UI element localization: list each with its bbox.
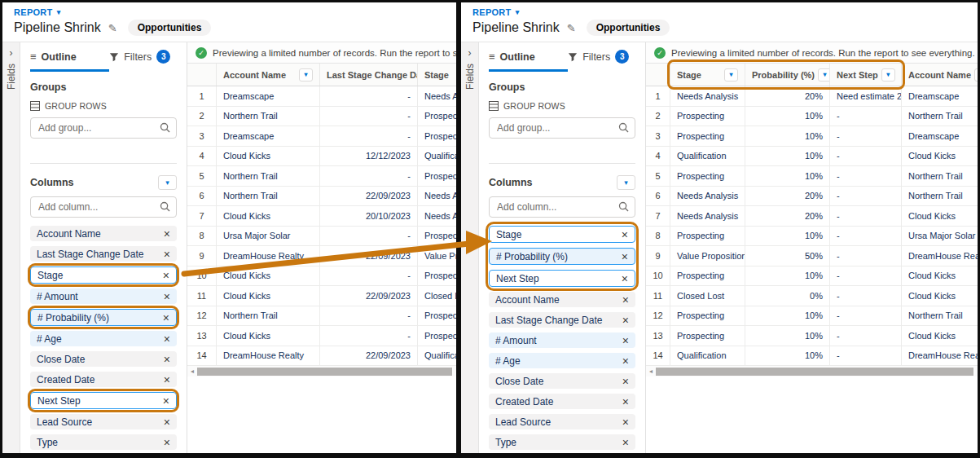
search-icon bbox=[160, 201, 170, 212]
remove-column-icon[interactable]: × bbox=[622, 355, 629, 367]
report-menu[interactable]: REPORT ▾ bbox=[472, 7, 966, 17]
row-number: 12 bbox=[187, 306, 217, 326]
remove-column-icon[interactable]: × bbox=[622, 294, 629, 306]
table-row: 10 Cloud Kicks - Prospecting bbox=[187, 266, 456, 287]
row-number-header bbox=[187, 64, 217, 86]
fields-panel-toggle[interactable]: › Fields bbox=[461, 42, 479, 453]
column-chip[interactable]: Created Date × bbox=[489, 394, 635, 409]
cell-last-stage-change-date: - bbox=[320, 107, 418, 126]
column-chip[interactable]: Close Date × bbox=[489, 373, 635, 389]
report-type-badge: Opportunities bbox=[587, 20, 670, 36]
column-header[interactable]: Account Name ▾ bbox=[217, 64, 320, 86]
column-chip[interactable]: # Age × bbox=[489, 353, 635, 368]
columns-menu-button[interactable]: ▾ bbox=[617, 175, 635, 190]
column-header[interactable]: Probability (%) ▾ bbox=[745, 64, 830, 86]
column-header[interactable]: Account Name ▾ bbox=[902, 64, 978, 86]
remove-column-icon[interactable]: × bbox=[622, 396, 629, 407]
column-chip[interactable]: # Amount × bbox=[489, 332, 635, 348]
table-body: 1 Dreamscape - Needs Analysis 2 Northern… bbox=[187, 86, 456, 366]
column-chip[interactable]: Next Step × bbox=[489, 270, 635, 287]
cell-last-stage-change-date: 22/09/2023 bbox=[320, 187, 418, 206]
remove-column-icon[interactable]: × bbox=[164, 374, 170, 385]
column-chip[interactable]: Last Stage Change Date × bbox=[30, 246, 177, 262]
column-header[interactable]: Stage ▾ bbox=[670, 64, 745, 86]
tab-filters[interactable]: Filters 3 bbox=[109, 42, 170, 72]
column-chip[interactable]: Type × bbox=[30, 434, 177, 450]
column-chip[interactable]: Created Date × bbox=[30, 372, 177, 387]
report-menu[interactable]: REPORT ▾ bbox=[14, 7, 445, 17]
column-chip[interactable]: # Probability (%) × bbox=[30, 309, 177, 326]
edit-title-icon[interactable]: ✎ bbox=[108, 22, 117, 34]
column-chip-label: Type bbox=[495, 437, 516, 448]
table-row: 12 Northern Trail - Prospecting bbox=[187, 306, 456, 327]
remove-column-icon[interactable]: × bbox=[622, 229, 628, 240]
fields-panel-toggle[interactable]: › Fields bbox=[2, 42, 20, 453]
column-chip[interactable]: # Age × bbox=[30, 331, 177, 346]
add-column-input[interactable] bbox=[30, 196, 177, 218]
cell-account-name: Cloud Kicks bbox=[902, 147, 978, 166]
cell-stage: Closed Lost bbox=[670, 286, 745, 306]
horizontal-scrollbar[interactable]: ◂ bbox=[187, 366, 456, 377]
add-column-input[interactable] bbox=[489, 196, 635, 218]
remove-column-icon[interactable]: × bbox=[622, 335, 629, 346]
column-chip[interactable]: Next Step × bbox=[30, 392, 177, 409]
column-chip[interactable]: # Amount × bbox=[30, 288, 177, 304]
column-chip[interactable]: Lead Source × bbox=[30, 414, 177, 429]
edit-title-icon[interactable]: ✎ bbox=[567, 22, 576, 34]
add-group-input[interactable] bbox=[30, 117, 177, 139]
remove-column-icon[interactable]: × bbox=[164, 333, 170, 345]
column-filter-button[interactable]: ▾ bbox=[818, 68, 830, 81]
tab-filters[interactable]: Filters 3 bbox=[568, 42, 629, 72]
remove-column-icon[interactable]: × bbox=[163, 312, 169, 324]
remove-column-icon[interactable]: × bbox=[622, 251, 628, 262]
column-header[interactable]: Next Step ▾ bbox=[830, 64, 902, 86]
remove-column-icon[interactable]: × bbox=[622, 315, 629, 326]
column-chip[interactable]: Stage × bbox=[30, 266, 177, 284]
column-chip[interactable]: Account Name × bbox=[30, 226, 177, 241]
remove-column-icon[interactable]: × bbox=[164, 228, 170, 240]
scroll-left-icon[interactable]: ◂ bbox=[646, 368, 656, 375]
cell-next-step: - bbox=[830, 206, 902, 226]
column-filter-button[interactable]: ▾ bbox=[881, 68, 895, 81]
column-header[interactable]: Last Stage Change Date ▾ bbox=[320, 64, 418, 86]
columns-menu-button[interactable]: ▾ bbox=[158, 175, 177, 190]
cell-account-name: Northern Trail bbox=[217, 187, 320, 206]
column-chip[interactable]: Close Date × bbox=[30, 351, 177, 367]
scroll-left-icon[interactable]: ◂ bbox=[187, 368, 197, 375]
scrollbar-thumb[interactable] bbox=[197, 368, 452, 376]
remove-column-icon[interactable]: × bbox=[163, 395, 169, 407]
remove-column-icon[interactable]: × bbox=[164, 354, 170, 365]
remove-column-icon[interactable]: × bbox=[164, 416, 170, 428]
column-chip[interactable]: Type × bbox=[489, 434, 635, 450]
remove-column-icon[interactable]: × bbox=[622, 273, 628, 284]
remove-column-icon[interactable]: × bbox=[164, 437, 170, 448]
remove-column-icon[interactable]: × bbox=[622, 416, 629, 428]
column-filter-button[interactable]: ▾ bbox=[974, 68, 978, 81]
column-chip[interactable]: Stage × bbox=[489, 226, 635, 243]
column-chip[interactable]: Account Name × bbox=[489, 292, 635, 307]
remove-column-icon[interactable]: × bbox=[622, 376, 629, 387]
moved-columns-annotation-ring: Stage × # Probability (%) × Next Step × bbox=[489, 226, 635, 287]
remove-column-icon[interactable]: × bbox=[163, 270, 169, 281]
row-number: 1 bbox=[187, 86, 217, 106]
add-group-input[interactable] bbox=[489, 117, 635, 139]
remove-column-icon[interactable]: × bbox=[164, 291, 170, 302]
cell-account-name: Northern Trail bbox=[902, 306, 978, 326]
column-header[interactable]: Stage bbox=[418, 64, 456, 86]
remove-column-icon[interactable]: × bbox=[622, 437, 629, 448]
column-chip[interactable]: # Probability (%) × bbox=[489, 248, 635, 265]
column-chip[interactable]: Lead Source × bbox=[489, 414, 635, 429]
tab-outline[interactable]: ≡ Outline bbox=[489, 42, 568, 72]
scrollbar-thumb[interactable] bbox=[656, 368, 973, 376]
section-divider bbox=[489, 163, 635, 164]
remove-column-icon[interactable]: × bbox=[164, 249, 170, 260]
column-chip[interactable]: Last Stage Change Date × bbox=[489, 312, 635, 328]
outline-icon: ≡ bbox=[30, 51, 37, 63]
tab-outline[interactable]: ≡ Outline bbox=[30, 42, 109, 72]
horizontal-scrollbar[interactable]: ◂ bbox=[646, 366, 978, 377]
preview-table: Account Name ▾ Last Stage Change Date ▾ … bbox=[187, 64, 456, 377]
row-number: 11 bbox=[187, 286, 217, 306]
column-filter-button[interactable]: ▾ bbox=[299, 68, 313, 81]
search-icon bbox=[618, 201, 629, 212]
column-filter-button[interactable]: ▾ bbox=[724, 68, 738, 81]
